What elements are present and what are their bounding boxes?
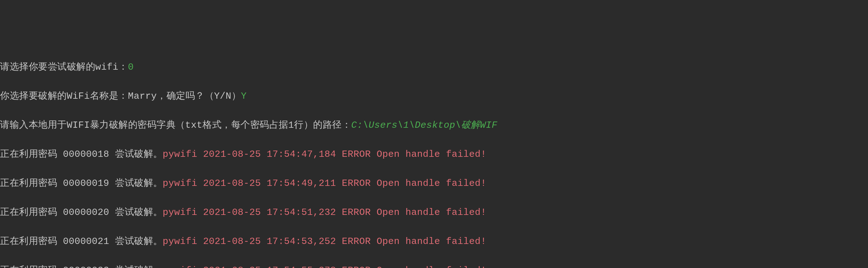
prompt-select-wifi: 请选择你要尝试破解的wifi： [0, 62, 128, 72]
terminal-line-attempt: 正在利用密码 00000019 尝试破解。pywifi 2021-08-25 1… [0, 176, 868, 191]
prompt-dict-path: 请输入本地用于WIFI暴力破解的密码字典（txt格式，每个密码占据1行）的路径： [0, 120, 351, 131]
attempt-prefix: 正在利用密码 00000021 尝试破解。 [0, 236, 163, 247]
terminal-line-dict-path: 请输入本地用于WIFI暴力破解的密码字典（txt格式，每个密码占据1行）的路径：… [0, 118, 868, 133]
attempt-error: pywifi 2021-08-25 17:54:49,211 ERROR Ope… [163, 178, 487, 189]
terminal-line-attempt: 正在利用密码 00000018 尝试破解。pywifi 2021-08-25 1… [0, 147, 868, 162]
prompt-confirm-wifi: 你选择要破解的WiFi名称是：Marry，确定吗？（Y/N） [0, 91, 241, 102]
attempt-error: pywifi 2021-08-25 17:54:53,252 ERROR Ope… [163, 236, 487, 247]
input-confirm: Y [241, 91, 247, 102]
attempt-error: pywifi 2021-08-25 17:54:55,278 ERROR Ope… [163, 265, 487, 268]
attempt-prefix: 正在利用密码 00000022 尝试破解。 [0, 265, 163, 268]
terminal-line-attempt: 正在利用密码 00000022 尝试破解。pywifi 2021-08-25 1… [0, 263, 868, 268]
terminal-line-confirm-wifi: 你选择要破解的WiFi名称是：Marry，确定吗？（Y/N）Y [0, 89, 868, 104]
attempt-prefix: 正在利用密码 00000020 尝试破解。 [0, 207, 163, 218]
terminal-line-attempt: 正在利用密码 00000021 尝试破解。pywifi 2021-08-25 1… [0, 234, 868, 249]
attempt-error: pywifi 2021-08-25 17:54:51,232 ERROR Ope… [163, 207, 487, 218]
attempt-prefix: 正在利用密码 00000018 尝试破解。 [0, 149, 163, 160]
terminal-line-attempt: 正在利用密码 00000020 尝试破解。pywifi 2021-08-25 1… [0, 205, 868, 220]
terminal-line-select-wifi: 请选择你要尝试破解的wifi：0 [0, 60, 868, 75]
input-wifi-index: 0 [128, 62, 134, 72]
input-dict-path: C:\Users\1\Desktop\破解WIF [351, 120, 497, 131]
attempt-error: pywifi 2021-08-25 17:54:47,184 ERROR Ope… [163, 149, 487, 160]
attempt-prefix: 正在利用密码 00000019 尝试破解。 [0, 178, 163, 189]
